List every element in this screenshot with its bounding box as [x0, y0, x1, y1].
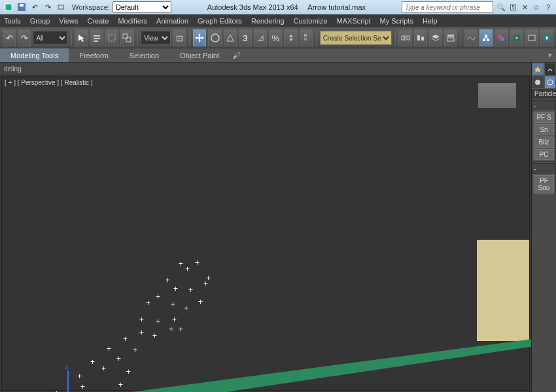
- svg-point-26: [547, 80, 553, 85]
- tab-modeling-tools[interactable]: Modeling Tools: [0, 48, 69, 62]
- btn-pf-source[interactable]: PF S: [534, 112, 554, 123]
- shapes-tab-icon[interactable]: [544, 76, 557, 89]
- svg-rect-6: [94, 41, 98, 42]
- document-name: Arrow tutorial.max: [307, 3, 366, 11]
- render-frame-icon[interactable]: [525, 29, 538, 46]
- help-icon[interactable]: ?: [543, 2, 553, 12]
- save-icon[interactable]: [16, 1, 27, 13]
- menu-help[interactable]: Help: [423, 17, 438, 25]
- curve-editor-icon[interactable]: [464, 29, 478, 46]
- menu-bar: Tools Group Views Create Modifiers Anima…: [0, 14, 556, 27]
- svg-rect-12: [421, 37, 424, 41]
- snap-angle-icon[interactable]: [254, 29, 267, 46]
- link-icon[interactable]: [55, 1, 67, 13]
- tab-object-paint[interactable]: Object Paint: [169, 48, 230, 62]
- svg-point-10: [211, 34, 219, 42]
- window-title: Autodesk 3ds Max 2013 x64 Arrow tutorial…: [171, 3, 402, 11]
- btn-snow[interactable]: Sn: [534, 124, 554, 135]
- menu-myscripts[interactable]: My Scripts: [380, 17, 413, 25]
- ref-coord-system[interactable]: View: [141, 31, 171, 45]
- redo-button[interactable]: ↷: [18, 29, 31, 46]
- infocenter-icons: 🔍 ⚿ ✕ ☆ ?: [493, 2, 556, 12]
- menu-views[interactable]: Views: [59, 17, 78, 25]
- ribbon-collapse-icon[interactable]: ▾: [544, 51, 556, 59]
- mirror-icon[interactable]: [398, 29, 411, 46]
- use-center-icon[interactable]: ⊡: [173, 29, 186, 46]
- object-type-rollout: - PF S Sn Bliz PC: [532, 100, 556, 162]
- svg-rect-0: [5, 4, 12, 10]
- tab-selection[interactable]: Selection: [119, 48, 169, 62]
- select-by-name-icon[interactable]: [90, 29, 103, 46]
- viewport-perspective[interactable]: [ + ] [ Perspective ] [ Realistic ] + + …: [1, 76, 530, 391]
- btn-pcloud[interactable]: PC: [534, 149, 554, 160]
- select-region-icon[interactable]: [105, 29, 118, 46]
- align-icon[interactable]: [414, 29, 427, 46]
- svg-point-21: [515, 37, 518, 39]
- svg-rect-5: [94, 38, 100, 39]
- menu-animation[interactable]: Animation: [156, 17, 188, 25]
- snap-percent-icon[interactable]: %: [269, 29, 282, 46]
- viewport-label[interactable]: [ + ] [ Perspective ] [ Realistic ]: [5, 79, 93, 86]
- menu-tools[interactable]: Tools: [4, 17, 21, 25]
- svg-rect-4: [94, 35, 100, 37]
- redo-icon[interactable]: ↷: [42, 1, 54, 13]
- ribbon-subpanel: deling: [0, 63, 556, 74]
- menu-grapheditors[interactable]: Graph Editors: [198, 17, 242, 25]
- select-rotate-icon[interactable]: [208, 29, 221, 46]
- viewcube[interactable]: [478, 83, 516, 108]
- search-icon[interactable]: 🔍: [496, 2, 506, 12]
- app-menu-button[interactable]: [3, 1, 14, 13]
- tab-freeform[interactable]: Freeform: [69, 48, 119, 62]
- category-dropdown[interactable]: Particle: [532, 89, 556, 99]
- tab-create-icon[interactable]: [532, 63, 544, 76]
- transform-gizmo[interactable]: z x: [48, 364, 113, 392]
- select-object-icon[interactable]: [75, 29, 88, 46]
- menu-rendering[interactable]: Rendering: [251, 17, 285, 25]
- svg-rect-2: [20, 4, 24, 7]
- render-setup-icon[interactable]: [510, 29, 523, 46]
- paint-brush-icon[interactable]: 🖌: [232, 51, 240, 60]
- rollout-header[interactable]: -: [532, 101, 555, 110]
- undo-icon[interactable]: ↶: [29, 1, 41, 13]
- btn-pf-source-2[interactable]: PF Sou: [534, 175, 554, 193]
- exchange-icon[interactable]: ✕: [519, 2, 530, 12]
- schematic-view-icon[interactable]: [479, 29, 493, 46]
- svg-point-23: [530, 37, 533, 39]
- svg-rect-15: [485, 35, 487, 37]
- svg-rect-8: [123, 34, 128, 39]
- select-scale-icon[interactable]: [224, 29, 237, 46]
- rollout-header-2[interactable]: -: [532, 164, 555, 174]
- spinner-snap-icon[interactable]: [284, 29, 297, 46]
- menu-create[interactable]: Create: [87, 17, 109, 25]
- select-move-icon[interactable]: [193, 29, 206, 46]
- svg-rect-7: [109, 35, 115, 41]
- menu-customize[interactable]: Customize: [294, 17, 328, 25]
- ribbon-sub-label: deling: [4, 65, 22, 73]
- menu-modifiers[interactable]: Modifiers: [118, 17, 147, 25]
- svg-rect-17: [487, 39, 489, 41]
- btn-blizzard[interactable]: Bliz: [534, 137, 554, 148]
- favorite-icon[interactable]: ☆: [531, 2, 542, 12]
- menu-group[interactable]: Group: [30, 17, 50, 25]
- create-category-tabs: [532, 76, 556, 89]
- layer-manager-icon[interactable]: [429, 29, 442, 46]
- workspace-select[interactable]: Default: [113, 1, 171, 13]
- tab-modify-icon[interactable]: [544, 63, 557, 76]
- render-icon[interactable]: [540, 29, 553, 46]
- named-selection-set[interactable]: Create Selection Se: [320, 31, 392, 45]
- axis-constraint-3[interactable]: 3: [239, 29, 252, 46]
- viewport[interactable]: [ + ] [ Perspective ] [ Realistic ] + + …: [0, 74, 531, 392]
- selection-filter[interactable]: All: [33, 31, 68, 45]
- menu-maxscript[interactable]: MAXScript: [337, 17, 371, 25]
- material-editor-icon[interactable]: [495, 29, 508, 46]
- app-name: Autodesk 3ds Max 2013 x64: [207, 3, 298, 11]
- svg-rect-16: [483, 39, 485, 41]
- key-icon[interactable]: ⚿: [508, 2, 518, 12]
- svg-point-25: [535, 80, 540, 85]
- help-search-input[interactable]: [402, 1, 493, 13]
- window-crossing-icon[interactable]: [120, 29, 133, 46]
- abc-label-icon[interactable]: aᵇᶜ: [300, 29, 313, 46]
- geometry-tab-icon[interactable]: [532, 76, 544, 89]
- undo-button[interactable]: ↶: [3, 29, 16, 46]
- ribbon-toggle-icon[interactable]: [444, 29, 457, 46]
